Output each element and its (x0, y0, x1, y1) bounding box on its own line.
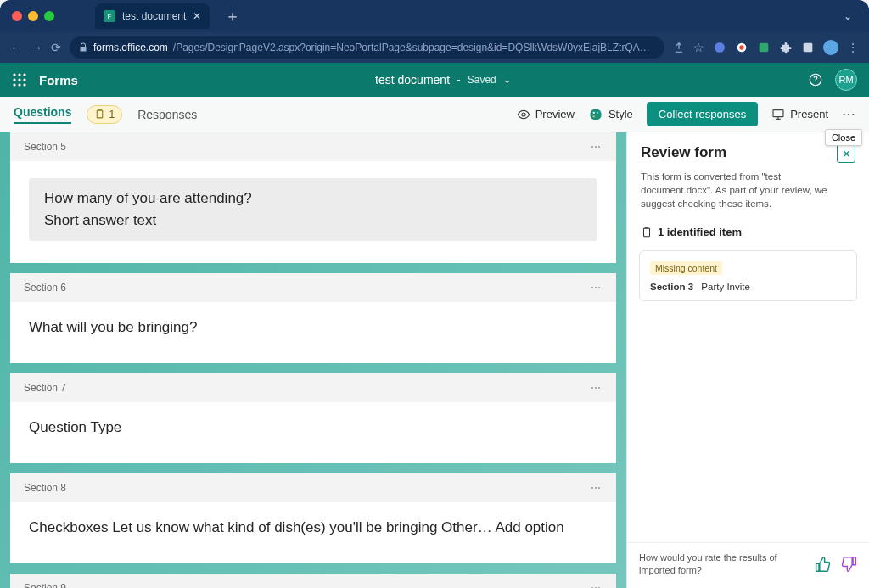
toolbar-more-icon[interactable]: ⋯ (842, 106, 855, 122)
svg-point-7 (18, 73, 20, 76)
svg-point-10 (18, 78, 20, 81)
share-icon[interactable] (673, 42, 685, 53)
question-text: Checkboxes Let us know what kind of dish… (29, 519, 597, 536)
svg-point-6 (13, 73, 15, 76)
form-canvas[interactable]: Section 5⋯How many of you are attending?… (0, 132, 626, 588)
palette-icon (588, 107, 603, 122)
url-path: /Pages/DesignPageV2.aspx?origin=NeoPorta… (173, 42, 656, 53)
svg-point-5 (823, 40, 838, 55)
user-avatar[interactable]: RM (835, 69, 857, 91)
browser-tab[interactable]: F test document ✕ (95, 3, 210, 29)
forms-toolbar: Questions 1 Responses Preview Style Coll… (0, 97, 869, 132)
form-section[interactable]: Section 5⋯How many of you are attending?… (10, 132, 616, 263)
svg-point-17 (522, 113, 525, 116)
style-button[interactable]: Style (588, 107, 633, 122)
question-card[interactable]: Checkboxes Let us know what kind of dish… (10, 502, 616, 563)
extension-icon[interactable] (735, 41, 748, 54)
section-label: Section 7 (24, 382, 66, 394)
thumbs-up-icon[interactable] (815, 556, 832, 573)
lock-icon (78, 42, 88, 53)
browser-menu-icon[interactable]: ⋮ (847, 41, 859, 54)
svg-rect-3 (760, 43, 769, 53)
extensions-puzzle-icon[interactable] (779, 41, 793, 54)
forms-favicon-icon: F (104, 10, 115, 22)
svg-point-14 (23, 83, 25, 86)
extension-icon[interactable] (713, 41, 726, 54)
section-more-icon[interactable]: ⋯ (591, 582, 603, 588)
thumbs-down-icon[interactable] (840, 556, 857, 573)
section-more-icon[interactable]: ⋯ (591, 141, 603, 153)
review-panel: Review form ✕ This form is converted fro… (626, 132, 869, 588)
review-badge[interactable]: 1 (87, 105, 122, 124)
svg-point-12 (13, 83, 15, 86)
nav-reload-icon[interactable]: ⟳ (51, 41, 61, 54)
clipboard-icon (94, 109, 105, 120)
section-more-icon[interactable]: ⋯ (591, 482, 603, 494)
section-more-icon[interactable]: ⋯ (591, 282, 603, 294)
help-icon[interactable] (808, 72, 823, 87)
tab-questions[interactable]: Questions (14, 105, 71, 124)
svg-point-21 (593, 115, 595, 117)
window-controls (12, 11, 54, 21)
clipboard-icon (641, 227, 653, 238)
browser-titlebar: F test document ✕ ＋ ⌄ ← → ⟳ forms.office… (0, 0, 869, 63)
eye-icon (517, 108, 530, 121)
section-header[interactable]: Section 6⋯ (10, 273, 616, 302)
minimize-window[interactable] (28, 11, 38, 21)
question-card[interactable]: Question Type (10, 402, 616, 463)
form-section[interactable]: Section 6⋯What will you be bringing? (10, 273, 616, 363)
svg-point-2 (739, 45, 743, 49)
bookmark-star-icon[interactable]: ☆ (693, 41, 704, 54)
nav-forward-icon[interactable]: → (31, 41, 42, 54)
preview-button[interactable]: Preview (517, 108, 575, 121)
tab-responses[interactable]: Responses (137, 108, 197, 121)
form-section[interactable]: Section 8⋯Checkboxes Let us know what ki… (10, 473, 616, 563)
identified-count: 1 identified item (627, 219, 869, 245)
close-tab-icon[interactable]: ✕ (193, 10, 201, 22)
issue-tag: Missing content (650, 261, 722, 275)
svg-point-8 (23, 73, 25, 76)
app-header: Forms test document - Saved ⌄ RM (0, 63, 869, 97)
issue-name: Party Invite (701, 282, 750, 292)
review-panel-title: Review form (641, 144, 726, 161)
svg-point-19 (593, 111, 595, 113)
svg-rect-22 (773, 109, 783, 116)
question-subtext: Short answer text (44, 212, 582, 229)
svg-point-0 (715, 42, 725, 53)
section-more-icon[interactable]: ⋯ (591, 382, 603, 394)
form-section[interactable]: Section 9⋯ (10, 574, 616, 588)
close-window[interactable] (12, 11, 22, 21)
issue-card[interactable]: Missing content Section 3 Party Invite (639, 250, 857, 301)
nav-back-icon[interactable]: ← (10, 41, 22, 54)
section-header[interactable]: Section 7⋯ (10, 373, 616, 402)
tab-overflow-icon[interactable]: ⌄ (844, 10, 852, 22)
section-header[interactable]: Section 8⋯ (10, 473, 616, 502)
close-panel-button[interactable]: ✕ (837, 144, 855, 163)
address-bar[interactable]: forms.office.com /Pages/DesignPageV2.asp… (70, 36, 664, 59)
extension-icon[interactable] (801, 41, 815, 54)
section-header[interactable]: Section 9⋯ (10, 574, 616, 588)
svg-rect-16 (98, 110, 104, 118)
form-section[interactable]: Section 7⋯Question Type (10, 373, 616, 463)
extension-icon[interactable] (757, 41, 771, 54)
extension-icons: ⋮ (713, 40, 859, 55)
chevron-down-icon[interactable]: ⌄ (503, 75, 511, 86)
question-card[interactable]: How many of you are attending?Short answ… (10, 161, 616, 263)
profile-avatar-icon[interactable] (823, 40, 838, 55)
question-text: How many of you are attending? (44, 190, 582, 207)
svg-point-20 (597, 111, 598, 113)
app-name[interactable]: Forms (39, 73, 78, 87)
document-title[interactable]: test document (375, 73, 450, 87)
section-label: Section 5 (24, 141, 66, 153)
svg-rect-23 (644, 228, 650, 236)
question-text: What will you be bringing? (29, 319, 597, 336)
question-card[interactable]: What will you be bringing? (10, 302, 616, 363)
rate-prompt: How would you rate the results of import… (639, 552, 806, 576)
present-button[interactable]: Present (771, 108, 828, 121)
close-tooltip: Close (825, 129, 862, 146)
maximize-window[interactable] (44, 11, 54, 21)
collect-responses-button[interactable]: Collect responses (647, 102, 758, 126)
new-tab-button[interactable]: ＋ (225, 6, 240, 26)
section-header[interactable]: Section 5⋯ (10, 132, 616, 161)
waffle-icon[interactable] (12, 72, 27, 87)
